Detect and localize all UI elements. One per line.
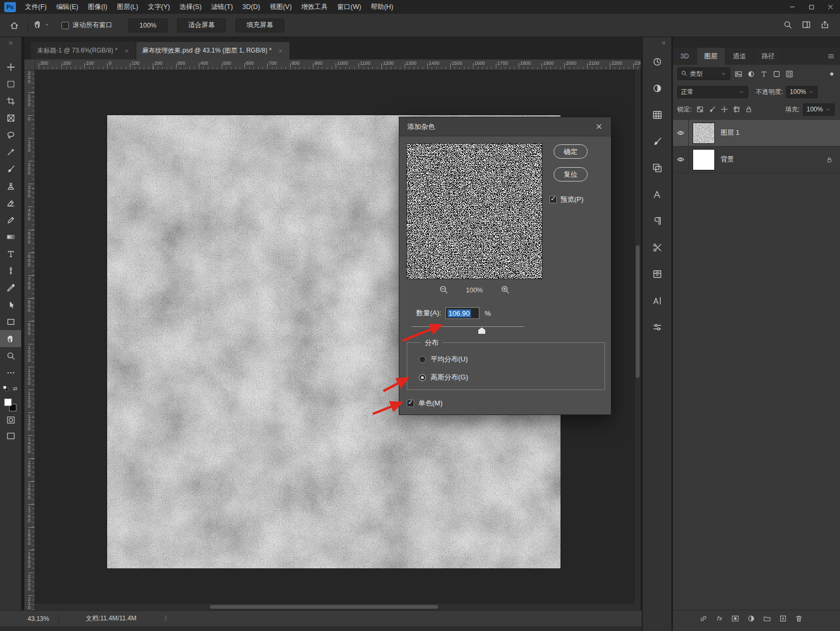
zoom-100-button[interactable]: 100% — [128, 19, 168, 32]
reset-button[interactable]: 复位 — [554, 167, 588, 181]
zoom-in-icon[interactable] — [501, 285, 510, 296]
rectangular-marquee-tool[interactable] — [0, 75, 21, 92]
ruler-corner[interactable] — [24, 59, 35, 70]
brush-tool[interactable] — [0, 160, 21, 177]
lasso-tool[interactable] — [0, 126, 21, 143]
lock-all-icon[interactable] — [745, 106, 752, 113]
radio-circle[interactable] — [419, 356, 426, 363]
move-tool[interactable] — [0, 58, 21, 75]
default-colors-icon[interactable] — [3, 385, 10, 394]
menu-item-8[interactable]: 视图(V) — [265, 0, 296, 14]
lock-artboard-icon[interactable] — [733, 106, 740, 113]
filter-switch-icon[interactable] — [828, 70, 836, 78]
panel-tab-channels[interactable]: 通道 — [725, 48, 754, 65]
menu-item-10[interactable]: 窗口(W) — [332, 0, 366, 14]
color-swatches[interactable] — [4, 398, 18, 412]
menu-item-11[interactable]: 帮助(H) — [366, 0, 398, 14]
menu-item-2[interactable]: 图像(I) — [83, 0, 112, 14]
checkbox-box[interactable] — [62, 22, 69, 29]
monochromatic-checkbox[interactable]: 单色(M) — [407, 399, 443, 408]
menu-item-3[interactable]: 图层(L) — [112, 0, 143, 14]
layer-visibility-toggle[interactable] — [673, 120, 689, 146]
layer-row-0[interactable]: 图层 1 — [673, 120, 840, 146]
character-panel-icon[interactable] — [650, 188, 664, 201]
clone-stamp-tool[interactable] — [0, 177, 21, 194]
delete-layer-button[interactable] — [795, 615, 803, 623]
scroll-all-windows-checkbox[interactable]: 滚动所有窗口 — [62, 21, 112, 30]
search-icon[interactable] — [783, 20, 792, 31]
uniform-distribution-radio[interactable]: 平均分布(U) — [419, 355, 468, 364]
share-icon[interactable] — [820, 20, 829, 31]
zoom-tool[interactable] — [0, 347, 21, 364]
fill-dropdown[interactable]: 100% — [803, 103, 835, 116]
layer-filter-type-dropdown[interactable]: 类型 — [677, 67, 730, 80]
new-layer-button[interactable] — [779, 615, 787, 623]
layer-mask-button[interactable] — [731, 615, 739, 623]
lock-transparency-icon[interactable] — [696, 106, 704, 113]
eraser-tool[interactable] — [0, 194, 21, 211]
link-layers-button[interactable] — [699, 615, 707, 623]
dialog-close-button[interactable] — [595, 123, 603, 131]
history-panel-icon[interactable] — [650, 55, 664, 68]
zoom-out-icon[interactable] — [439, 285, 448, 296]
glyphs-panel-icon[interactable] — [650, 294, 664, 307]
status-menu-chevron[interactable]: 〉 — [164, 614, 170, 623]
rectangle-tool[interactable] — [0, 313, 21, 330]
horizontal-scrollbar[interactable] — [35, 603, 634, 610]
dialog-title-bar[interactable]: 添加杂色 — [399, 117, 611, 136]
filter-adjustment-icon[interactable] — [747, 70, 755, 78]
clone-source-panel-icon[interactable] — [650, 161, 664, 174]
blend-mode-dropdown[interactable]: 正常 — [677, 86, 748, 98]
hand-tool[interactable] — [0, 330, 21, 347]
status-zoom-field[interactable]: 43.13% — [28, 615, 49, 623]
preview-checkbox[interactable]: 预览(P) — [549, 195, 583, 204]
gaussian-distribution-radio[interactable]: 高斯分布(G) — [419, 373, 468, 382]
new-group-button[interactable] — [763, 615, 771, 623]
type-tool[interactable] — [0, 245, 21, 262]
slider-track[interactable] — [412, 326, 524, 327]
ok-button[interactable]: 确定 — [554, 144, 588, 159]
menu-item-5[interactable]: 选择(S) — [174, 0, 206, 14]
fit-screen-button[interactable]: 适合屏幕 — [177, 19, 226, 32]
layer-style-button[interactable]: fx — [715, 615, 723, 623]
screen-mode-button[interactable] — [0, 428, 21, 444]
checkbox-box[interactable] — [407, 400, 414, 407]
menu-item-4[interactable]: 文字(Y) — [143, 0, 175, 14]
menu-item-7[interactable]: 3D(D) — [238, 0, 265, 14]
ruler-horizontal[interactable]: 3002001000100200300400500600700800900100… — [35, 59, 641, 70]
minimize-button[interactable] — [783, 0, 802, 14]
quick-mask-button[interactable] — [0, 412, 21, 428]
menu-item-1[interactable]: 编辑(E) — [51, 0, 83, 14]
gradient-tool[interactable] — [0, 228, 21, 245]
quick-selection-tool[interactable] — [0, 143, 21, 160]
history-brush-tool[interactable] — [0, 211, 21, 228]
layer-thumbnail[interactable] — [693, 123, 714, 143]
document-tab-1[interactable]: 麻布纹理效果.psd @ 43.1% (图层 1, RGB/8) * — [136, 42, 291, 59]
checkbox-box[interactable] — [549, 196, 557, 203]
panel-tab-3d[interactable]: 3D — [673, 48, 697, 65]
tab-close-icon[interactable] — [124, 48, 129, 54]
layer-thumbnail[interactable] — [693, 150, 714, 170]
maximize-button[interactable] — [802, 0, 821, 14]
frame-tool[interactable] — [0, 109, 21, 126]
radio-circle[interactable] — [419, 374, 426, 381]
adjustment-layer-button[interactable] — [747, 615, 755, 623]
filter-smart-object-icon[interactable] — [785, 70, 793, 78]
opacity-dropdown[interactable]: 100% — [786, 86, 818, 98]
slider-thumb[interactable] — [478, 327, 485, 334]
paragraph-panel-icon[interactable] — [650, 214, 664, 227]
menu-item-9[interactable]: 增效工具 — [296, 0, 332, 14]
document-tab-0[interactable]: 未标题-1 @ 73.6%(RGB/8) * — [31, 42, 136, 59]
panel-tab-paths[interactable]: 路径 — [754, 48, 783, 65]
fill-screen-button[interactable]: 填充屏幕 — [235, 19, 284, 32]
layer-row-1[interactable]: 背景 — [673, 146, 840, 173]
amount-slider[interactable] — [412, 325, 524, 335]
swatches-panel-icon[interactable] — [650, 108, 664, 121]
dock-collapse-button[interactable] — [643, 37, 671, 49]
filter-pixel-icon[interactable] — [734, 70, 742, 78]
home-icon[interactable] — [6, 21, 22, 30]
ruler-vertical[interactable]: 2 0 01 0 001 0 02 0 03 0 04 0 05 0 06 0 … — [24, 70, 35, 610]
tab-close-icon[interactable] — [278, 48, 283, 54]
vertical-scrollbar[interactable] — [634, 70, 641, 603]
edit-toolbar[interactable] — [0, 364, 21, 381]
